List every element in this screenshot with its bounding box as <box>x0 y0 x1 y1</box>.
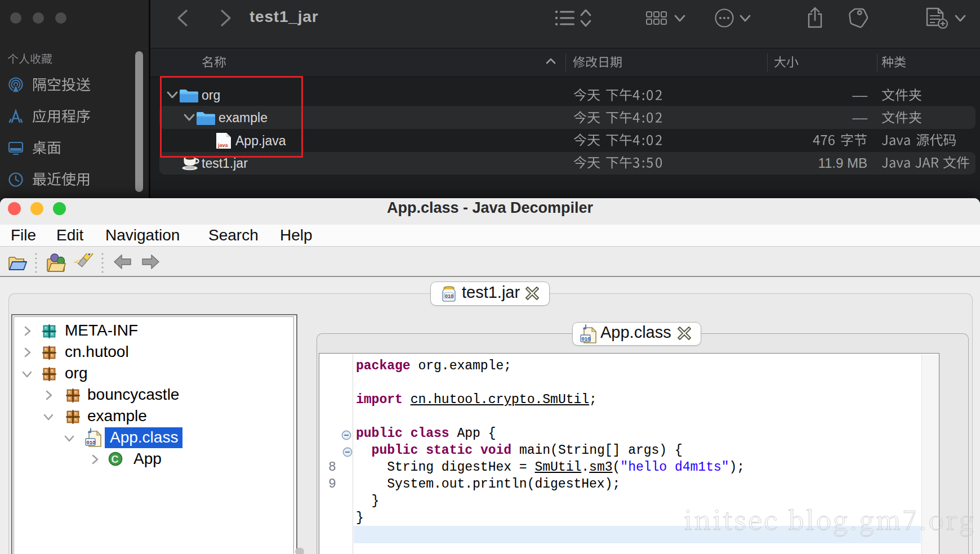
svg-text:010: 010 <box>87 439 96 445</box>
svg-text:010: 010 <box>445 293 453 299</box>
svg-text:010: 010 <box>582 336 591 342</box>
svg-text:C: C <box>112 454 119 465</box>
